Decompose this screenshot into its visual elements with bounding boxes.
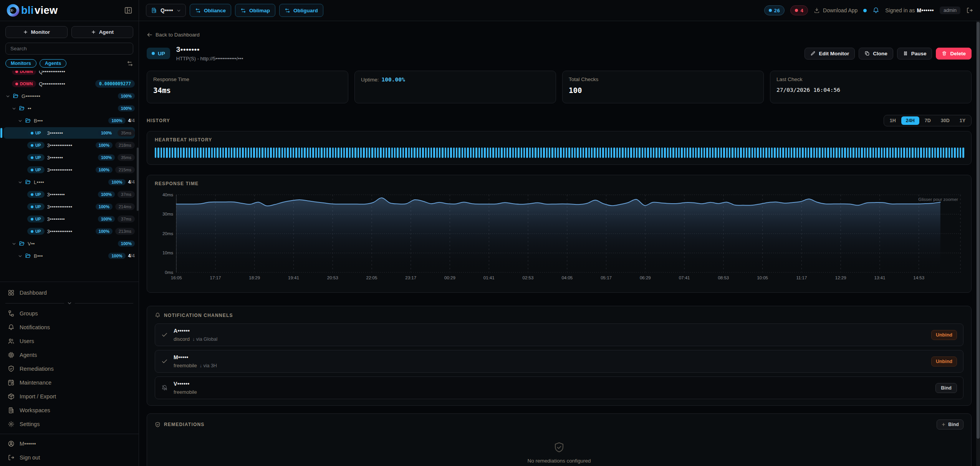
range-30d[interactable]: 30D	[936, 116, 954, 125]
heartbeat-bar[interactable]	[659, 148, 660, 158]
delete-button[interactable]: Delete	[936, 48, 972, 60]
response-time-chart[interactable]: 0ms10ms20ms30ms40ms16:0517:1718:2919:412…	[155, 189, 963, 285]
tree-monitor[interactable]: UP3•••••••100%35ms	[3, 152, 135, 163]
heartbeat-bar[interactable]	[400, 148, 401, 158]
heartbeat-bar[interactable]	[695, 148, 697, 158]
heartbeat-bar[interactable]	[233, 148, 235, 158]
heartbeat-bar[interactable]	[822, 148, 823, 158]
heartbeat-bar[interactable]	[720, 148, 722, 158]
heartbeat-bar[interactable]	[796, 148, 798, 158]
heartbeat-bar[interactable]	[920, 148, 922, 158]
heartbeat-bar[interactable]	[613, 148, 615, 158]
heartbeat-bar[interactable]	[872, 148, 874, 158]
heartbeat-bar[interactable]	[310, 148, 311, 158]
heartbeat-bar[interactable]	[397, 148, 398, 158]
heartbeat-bar[interactable]	[709, 148, 711, 158]
sidebar-item-groups[interactable]: Groups	[5, 307, 133, 320]
heartbeat-bar[interactable]	[675, 148, 677, 158]
heartbeat-bar[interactable]	[374, 148, 376, 158]
heartbeat-bar[interactable]	[312, 148, 314, 158]
search-input[interactable]	[5, 43, 133, 55]
heartbeat-bar[interactable]	[349, 148, 351, 158]
heartbeat-bar[interactable]	[560, 148, 561, 158]
heartbeat-bar[interactable]	[687, 148, 688, 158]
heartbeat-bar[interactable]	[487, 148, 488, 158]
heartbeat-bar[interactable]	[422, 148, 424, 158]
heartbeat-bar[interactable]	[473, 148, 474, 158]
heartbeat-bar[interactable]	[642, 148, 643, 158]
heartbeat-bar[interactable]	[478, 148, 480, 158]
heartbeat-bar[interactable]	[335, 148, 336, 158]
heartbeat-bar[interactable]	[639, 148, 640, 158]
heartbeat-bar[interactable]	[630, 148, 632, 158]
heartbeat-bar[interactable]	[782, 148, 784, 158]
heartbeat-bar[interactable]	[901, 148, 902, 158]
heartbeat-bar[interactable]	[898, 148, 899, 158]
heartbeat-bar[interactable]	[858, 148, 860, 158]
heartbeat-bar[interactable]	[608, 148, 609, 158]
tree-monitor[interactable]: UP3••••••••••••100%213ms	[3, 226, 135, 237]
heartbeat-bar[interactable]	[290, 148, 291, 158]
tree-folder[interactable]: G••••••••100%	[3, 90, 135, 102]
heartbeat-bar[interactable]	[157, 148, 159, 158]
heartbeat-bar[interactable]	[200, 148, 201, 158]
heartbeat-bar[interactable]	[358, 148, 359, 158]
heartbeat-bar[interactable]	[555, 148, 556, 158]
range-1y[interactable]: 1Y	[955, 116, 970, 125]
heartbeat-bar[interactable]	[538, 148, 539, 158]
heartbeat-bar[interactable]	[732, 148, 733, 158]
heartbeat-bar[interactable]	[183, 148, 184, 158]
heartbeat-bar[interactable]	[208, 148, 210, 158]
heartbeat-bar[interactable]	[512, 148, 514, 158]
back-to-dashboard-link[interactable]: Back to Dashboard	[147, 32, 200, 38]
heartbeat-bar[interactable]	[523, 148, 525, 158]
heartbeat-bar[interactable]	[546, 148, 548, 158]
add-monitor-button[interactable]: Monitor	[5, 26, 68, 38]
heartbeat-bar[interactable]	[439, 148, 440, 158]
heartbeat-bar[interactable]	[943, 148, 944, 158]
range-7d[interactable]: 7D	[920, 116, 935, 125]
sidebar-item-import-export[interactable]: Import / Export	[5, 390, 133, 403]
heartbeat-bar[interactable]	[909, 148, 910, 158]
heartbeat-bar[interactable]	[861, 148, 862, 158]
heartbeat-bar[interactable]	[504, 148, 505, 158]
heartbeat-bar[interactable]	[459, 148, 460, 158]
heartbeat-bar[interactable]	[568, 148, 570, 158]
heartbeat-bar[interactable]	[445, 148, 446, 158]
range-24h[interactable]: 24H	[901, 116, 919, 125]
heartbeat-bar[interactable]	[934, 148, 936, 158]
heartbeat-bar[interactable]	[884, 148, 885, 158]
heartbeat-bar[interactable]	[867, 148, 868, 158]
heartbeat-bar[interactable]	[430, 148, 432, 158]
heartbeat-bar[interactable]	[220, 148, 221, 158]
heartbeat-bar[interactable]	[166, 148, 167, 158]
sidebar-item-agents[interactable]: Agents	[5, 348, 133, 362]
heartbeat-bar[interactable]	[428, 148, 429, 158]
heartbeat-bar[interactable]	[830, 148, 832, 158]
heartbeat-bar[interactable]	[408, 148, 410, 158]
heartbeat-bar[interactable]	[765, 148, 767, 158]
heartbeat-bar[interactable]	[574, 148, 576, 158]
heartbeat-bar[interactable]	[447, 148, 449, 158]
heartbeat-bar[interactable]	[456, 148, 457, 158]
filter-monitors[interactable]: Monitors	[5, 59, 36, 68]
heartbeat-bar[interactable]	[723, 148, 725, 158]
heartbeat-bar[interactable]	[836, 148, 837, 158]
heartbeat-bar[interactable]	[780, 148, 781, 158]
heartbeat-bar[interactable]	[507, 148, 508, 158]
tree-folder[interactable]: B•••100%4/4	[3, 115, 135, 126]
heartbeat-bar[interactable]	[172, 148, 173, 158]
product-button-oblimap[interactable]: Oblimap	[235, 4, 275, 17]
heartbeat-bar[interactable]	[816, 148, 818, 158]
bind-remediation-button[interactable]: Bind	[937, 420, 963, 430]
heartbeat-bar[interactable]	[391, 148, 393, 158]
heartbeat-bar[interactable]	[535, 148, 536, 158]
heartbeat-bar[interactable]	[225, 148, 227, 158]
heartbeat-bar[interactable]	[962, 148, 964, 158]
heartbeat-bar[interactable]	[754, 148, 756, 158]
tree-monitor[interactable]: DOWNQ••••••••••••0.0000009277	[3, 78, 135, 90]
tree-collapse-divider[interactable]	[5, 301, 133, 305]
heartbeat-bar[interactable]	[827, 148, 829, 158]
page-scrollbar[interactable]	[976, 21, 980, 466]
heartbeat-bar[interactable]	[155, 148, 156, 158]
